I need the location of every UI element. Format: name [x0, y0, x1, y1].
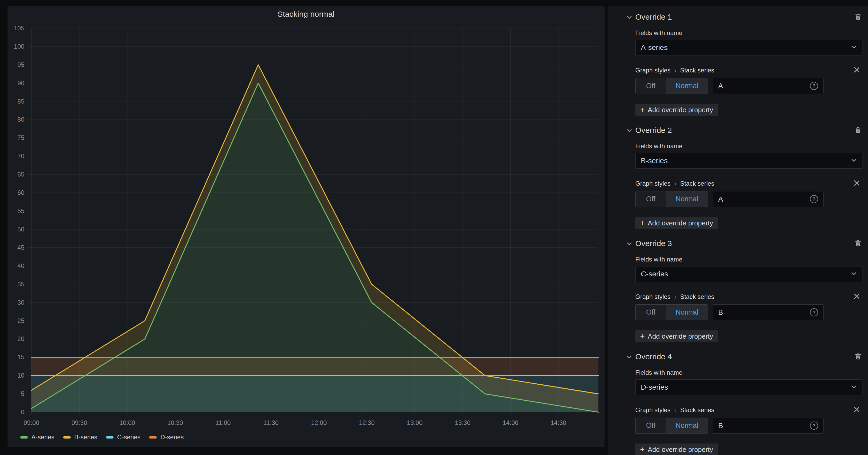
stack-series-label: Stack series	[680, 180, 714, 187]
legend-item-D-series[interactable]: D-series	[149, 433, 184, 441]
add-override-property-label: Add override property	[648, 219, 713, 227]
time-series-panel: 0510152025303540455055606570758085909510…	[8, 6, 604, 447]
help-icon[interactable]: ?	[810, 308, 818, 316]
stack-series-label: Stack series	[680, 293, 714, 300]
fields-with-name-label: Fields with name	[635, 29, 863, 37]
override-section: Override 4 Fields with name D-series Gra…	[635, 352, 863, 455]
graph-styles-label: Graph styles	[635, 67, 671, 74]
stack-normal-button[interactable]: Normal	[666, 78, 708, 94]
legend-item-C-series[interactable]: C-series	[106, 433, 141, 441]
close-icon[interactable]	[853, 292, 861, 300]
close-icon[interactable]	[853, 179, 861, 187]
x-axis-label: 11:00	[215, 419, 230, 426]
add-override-property-button[interactable]: + Add override property	[635, 330, 718, 342]
x-axis-label: 14:30	[551, 419, 566, 426]
legend-label: B-series	[74, 433, 97, 441]
legend-label: C-series	[117, 433, 141, 441]
y-axis-label: 95	[18, 61, 25, 68]
stack-off-button[interactable]: Off	[636, 418, 666, 433]
stack-mode-radio-group: Off Normal	[635, 191, 708, 207]
field-name-value: B-series	[641, 157, 850, 165]
x-axis-label: 11:30	[263, 419, 278, 426]
x-axis-label: 13:30	[455, 419, 470, 426]
y-axis-label: 90	[18, 80, 25, 87]
field-name-select[interactable]: B-series	[635, 153, 863, 169]
legend-item-A-series[interactable]: A-series	[21, 433, 54, 441]
override-section: Override 1 Fields with name A-series Gra…	[635, 12, 863, 116]
y-axis-label: 20	[18, 335, 25, 342]
y-axis-label: 105	[14, 25, 24, 32]
help-icon[interactable]: ?	[810, 195, 818, 203]
legend-item-B-series[interactable]: B-series	[63, 433, 97, 441]
fields-with-name-label: Fields with name	[635, 256, 863, 263]
chevron-right-icon: ›	[674, 67, 677, 74]
add-override-property-button[interactable]: + Add override property	[635, 444, 718, 455]
field-name-select[interactable]: A-series	[635, 40, 863, 55]
trash-icon[interactable]	[854, 126, 862, 134]
legend-swatch	[149, 436, 157, 438]
close-icon[interactable]	[853, 405, 861, 414]
stacked-area-chart[interactable]: 0510152025303540455055606570758085909510…	[8, 6, 604, 447]
stack-group-input[interactable]: B ?	[713, 304, 824, 320]
y-axis-label: 50	[18, 226, 25, 233]
x-axis-label: 09:00	[24, 419, 39, 426]
add-override-property-button[interactable]: + Add override property	[635, 217, 718, 229]
override-header: Override 1	[635, 12, 863, 22]
override-property-row: Graph styles › Stack series	[635, 293, 863, 301]
help-icon[interactable]: ?	[810, 82, 818, 90]
field-name-select[interactable]: C-series	[635, 266, 863, 282]
chevron-down-icon[interactable]	[626, 240, 633, 247]
y-axis-label: 70	[18, 152, 25, 159]
field-name-select[interactable]: D-series	[635, 380, 863, 395]
trash-icon[interactable]	[854, 352, 862, 361]
y-axis-label: 65	[18, 171, 25, 178]
x-axis-label: 10:00	[120, 419, 135, 426]
grafana-panel-editor: 0510152025303540455055606570758085909510…	[0, 0, 868, 455]
stack-group-input[interactable]: A ?	[713, 191, 824, 207]
chevron-down-icon[interactable]	[626, 14, 633, 21]
stack-group-value: B	[718, 422, 810, 430]
add-override-property-label: Add override property	[648, 332, 713, 340]
add-override-property-label: Add override property	[648, 446, 713, 454]
y-axis-label: 40	[18, 262, 25, 269]
trash-icon[interactable]	[854, 239, 862, 247]
x-axis-label: 13:00	[407, 419, 423, 426]
trash-icon[interactable]	[854, 12, 862, 21]
stack-off-button[interactable]: Off	[636, 191, 666, 207]
chevron-down-icon[interactable]	[626, 354, 633, 360]
stack-series-controls: Off Normal B ?	[635, 418, 863, 433]
stack-series-controls: Off Normal B ?	[635, 304, 863, 320]
stack-off-button[interactable]: Off	[636, 78, 666, 94]
override-section: Override 2 Fields with name B-series Gra…	[635, 125, 863, 229]
plus-icon: +	[640, 446, 645, 453]
graph-styles-label: Graph styles	[635, 293, 671, 300]
field-name-value: C-series	[641, 270, 850, 278]
stack-normal-button[interactable]: Normal	[666, 418, 708, 433]
plus-icon: +	[640, 106, 645, 114]
graph-styles-label: Graph styles	[635, 406, 671, 414]
help-icon[interactable]: ?	[810, 422, 818, 430]
stack-group-input[interactable]: B ?	[713, 418, 824, 433]
y-axis-label: 35	[18, 280, 25, 287]
legend-label: A-series	[31, 433, 54, 441]
stack-off-button[interactable]: Off	[636, 305, 666, 320]
stack-normal-button[interactable]: Normal	[666, 191, 708, 207]
y-axis-label: 85	[18, 98, 25, 105]
chevron-down-icon	[850, 157, 857, 165]
stack-group-value: B	[718, 308, 810, 317]
x-axis-label: 12:00	[311, 419, 327, 426]
chevron-down-icon[interactable]	[626, 127, 633, 134]
stack-normal-button[interactable]: Normal	[666, 305, 708, 320]
fields-with-name-label: Fields with name	[635, 369, 863, 376]
chevron-down-icon	[850, 270, 857, 278]
chevron-down-icon	[850, 383, 857, 391]
add-override-property-button[interactable]: + Add override property	[635, 104, 718, 116]
stack-group-input[interactable]: A ?	[713, 78, 824, 94]
stack-series-label: Stack series	[680, 67, 714, 74]
stack-mode-radio-group: Off Normal	[635, 78, 708, 94]
y-axis-label: 0	[21, 408, 24, 416]
close-icon[interactable]	[853, 66, 861, 74]
override-header: Override 3	[635, 239, 863, 248]
x-axis-label: 10:30	[167, 419, 183, 426]
plus-icon: +	[640, 332, 645, 340]
